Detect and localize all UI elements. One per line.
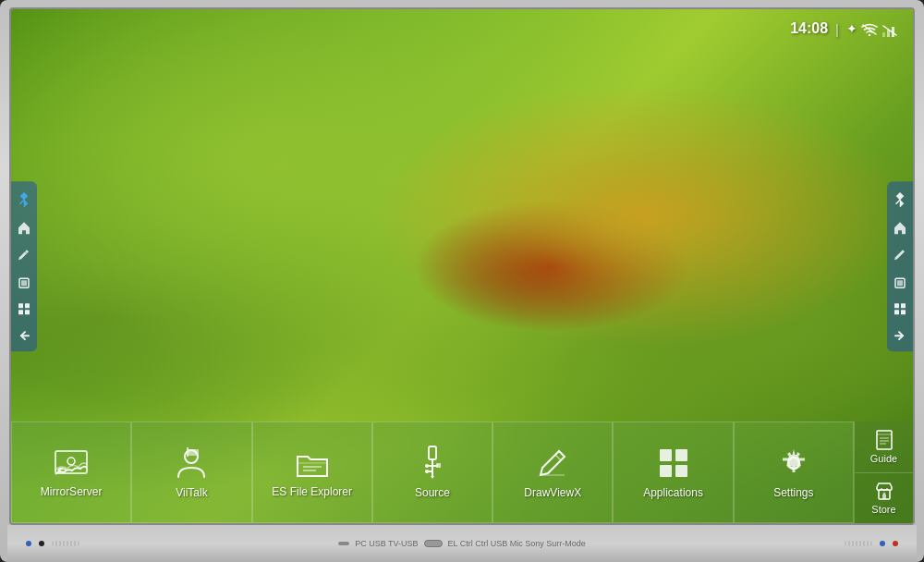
bluetooth-off-icon: ✦ — [846, 21, 857, 36]
app-viitalk[interactable]: ViiTalk — [131, 422, 251, 523]
svg-point-0 — [869, 34, 870, 36]
right-pencil-icon[interactable] — [894, 248, 906, 263]
svg-rect-2 — [882, 32, 885, 37]
clock: 14:08 — [790, 20, 828, 37]
app-items: MirrorServer ViiTalk — [11, 422, 854, 523]
right-bluetooth-icon[interactable] — [894, 190, 906, 207]
right-home-icon[interactable] — [893, 220, 907, 235]
svg-point-31 — [425, 464, 429, 468]
settings-label: Settings — [773, 486, 813, 499]
status-bar: 14:08 | ✦ — [790, 20, 898, 37]
right-panel: Guide Store — [854, 422, 913, 523]
svg-rect-8 — [21, 280, 27, 286]
speaker-left — [52, 541, 79, 546]
guide-label: Guide — [870, 453, 897, 464]
bezel-left — [26, 541, 79, 546]
grid-icon — [658, 446, 689, 479]
svg-rect-37 — [660, 449, 672, 461]
back-icon[interactable] — [18, 328, 30, 342]
screen-area: 14:08 | ✦ — [9, 7, 915, 525]
svg-rect-22 — [188, 449, 199, 456]
pen-dot-red-r — [893, 541, 898, 546]
bottom-bezel: PC USB TV-USB EL Ctrl Ctrl USB Mic Sony … — [7, 525, 917, 562]
power-indicator — [338, 542, 349, 545]
app-drawviewx[interactable]: DrawViewX — [492, 422, 613, 523]
left-sidebar — [11, 181, 37, 351]
monitor-frame: 14:08 | ✦ — [0, 0, 924, 562]
person-icon — [176, 446, 206, 479]
svg-rect-9 — [18, 303, 23, 308]
center-control[interactable] — [424, 540, 443, 547]
svg-rect-15 — [894, 303, 899, 308]
svg-rect-16 — [901, 303, 906, 308]
svg-rect-12 — [25, 310, 30, 314]
svg-rect-18 — [901, 310, 906, 314]
folder-icon — [296, 446, 329, 478]
mirror-server-label: MirrorServer — [41, 485, 103, 498]
home-icon[interactable] — [17, 220, 31, 235]
app-applications[interactable]: Applications — [613, 422, 733, 523]
store-icon — [874, 481, 894, 501]
svg-rect-38 — [675, 449, 687, 461]
drawviewx-label: DrawViewX — [524, 486, 581, 499]
bluetooth-icon[interactable] — [18, 190, 30, 207]
gear-icon — [778, 446, 809, 479]
taskbar: MirrorServer ViiTalk — [11, 422, 913, 523]
applications-label: Applications — [643, 486, 703, 499]
svg-rect-10 — [25, 303, 30, 308]
book-icon — [874, 430, 894, 450]
svg-point-32 — [425, 470, 429, 473]
app-source[interactable]: Source — [372, 422, 492, 523]
store-label: Store — [871, 504, 895, 515]
wifi-off-icon — [861, 20, 878, 37]
status-divider: | — [835, 21, 839, 37]
app-es-file[interactable]: ES File Explorer — [252, 422, 372, 523]
pen-dot-blue — [26, 541, 31, 546]
model-text: PC USB TV-USB — [355, 539, 418, 548]
right-apps-icon[interactable] — [894, 302, 906, 316]
usb-icon — [420, 446, 444, 480]
svg-rect-27 — [429, 446, 436, 459]
store-button[interactable]: Store — [855, 473, 913, 524]
cast-icon — [55, 446, 88, 478]
right-sidebar — [887, 181, 913, 351]
svg-rect-42 — [877, 431, 892, 449]
es-file-label: ES File Explorer — [272, 485, 352, 498]
network-off-icon — [881, 20, 898, 36]
svg-rect-39 — [660, 465, 672, 477]
svg-point-20 — [67, 458, 75, 465]
settings-text: EL Ctrl Ctrl USB Mic Sony Surr-Mode — [448, 539, 586, 548]
svg-rect-14 — [897, 280, 903, 286]
pen-icon — [537, 446, 568, 479]
svg-rect-34 — [436, 463, 441, 468]
pen-dot-blue-r — [880, 541, 885, 546]
speaker-right — [845, 541, 872, 546]
bezel-right — [845, 541, 898, 546]
svg-rect-11 — [18, 310, 23, 314]
pencil-icon[interactable] — [18, 248, 30, 263]
right-back-icon[interactable] — [894, 328, 906, 342]
guide-button[interactable]: Guide — [855, 422, 913, 473]
right-fullscreen-icon[interactable] — [894, 275, 906, 289]
svg-rect-17 — [894, 310, 899, 314]
bezel-center: PC USB TV-USB EL Ctrl Ctrl USB Mic Sony … — [338, 539, 586, 548]
app-mirror-server[interactable]: MirrorServer — [11, 422, 131, 523]
status-icons: ✦ — [846, 20, 898, 37]
app-settings[interactable]: Settings — [734, 422, 854, 523]
source-label: Source — [415, 486, 450, 499]
svg-line-35 — [555, 455, 561, 460]
viitalk-label: ViiTalk — [176, 486, 207, 499]
fullscreen-icon[interactable] — [18, 275, 30, 289]
pen-dot-black — [39, 541, 44, 546]
svg-rect-40 — [675, 465, 687, 477]
apps-grid-icon[interactable] — [18, 302, 30, 316]
